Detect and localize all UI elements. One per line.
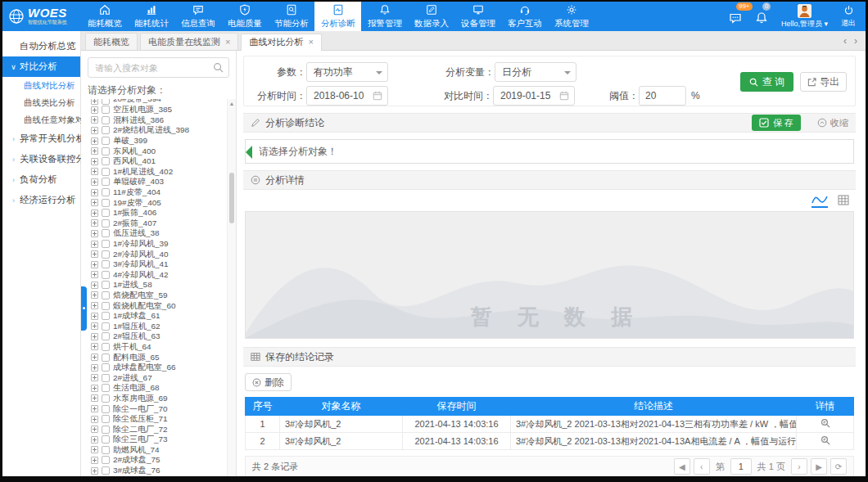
checkbox[interactable] (102, 281, 110, 289)
tree-item[interactable]: 除尘低压柜_71 (91, 414, 223, 425)
line-chart-toggle[interactable] (811, 194, 828, 208)
checkbox[interactable] (102, 374, 110, 382)
nav-item[interactable]: 设备管理 (454, 2, 501, 31)
expander-icon[interactable] (91, 354, 98, 361)
nav-item[interactable]: 系统管理 (548, 2, 594, 31)
checkbox[interactable] (102, 291, 110, 300)
expander-icon[interactable] (91, 241, 98, 248)
tree-item[interactable]: 助燃风机_74 (91, 445, 223, 456)
checkbox[interactable] (102, 157, 110, 165)
tree-item[interactable]: 1#辊压机_62 (91, 321, 223, 331)
sidebar-item[interactable]: ∨ 对比分析 (2, 56, 80, 77)
checkbox[interactable] (102, 354, 110, 362)
checkbox[interactable] (102, 466, 110, 475)
tree-item[interactable]: 1#进线_58 (91, 280, 223, 291)
checkbox[interactable] (102, 126, 110, 134)
checkbox[interactable] (102, 302, 110, 310)
tree-item[interactable]: 单破_399 (91, 136, 223, 146)
expander-icon[interactable] (91, 457, 98, 464)
checkbox[interactable] (102, 394, 110, 403)
sidebar-item[interactable]: 曲线类比分析 (2, 94, 80, 111)
nav-item[interactable]: 能耗概览 (81, 2, 128, 31)
checkbox[interactable] (102, 363, 110, 372)
checkbox[interactable] (102, 456, 110, 464)
checkbox[interactable] (102, 446, 110, 454)
checkbox[interactable] (102, 229, 110, 237)
tree-item[interactable]: 2#成球盘_75 (91, 455, 223, 466)
expander-icon[interactable] (91, 394, 98, 402)
checkbox[interactable] (102, 99, 110, 105)
checkbox[interactable] (102, 137, 110, 145)
search-input[interactable] (88, 57, 229, 78)
tree-item[interactable]: 水泵房电源_69 (91, 394, 223, 404)
tree-item[interactable]: 烘干机_64 (91, 342, 223, 353)
checkbox[interactable] (102, 106, 110, 114)
tabs-scroll-left-icon[interactable]: ‹ (843, 35, 847, 47)
nav-item[interactable]: 信息查询 (174, 2, 221, 31)
tree-item[interactable]: 1#冷却风机_39 (91, 239, 223, 250)
export-button[interactable]: 导出 (800, 72, 847, 92)
tree-item[interactable]: 煅烧机配电室_60 (91, 300, 223, 311)
expander-icon[interactable] (91, 291, 98, 299)
nav-item[interactable]: 数据录入 (408, 2, 454, 31)
expander-icon[interactable] (91, 343, 98, 350)
tree-item[interactable]: 1#振筛_406 (91, 208, 223, 218)
expander-icon[interactable] (91, 230, 98, 237)
nav-item[interactable]: 节能分析 (268, 2, 314, 31)
tree-item[interactable]: 19#皮带_405 (91, 197, 223, 208)
expander-icon[interactable] (91, 405, 98, 412)
checkbox[interactable] (102, 178, 110, 186)
expander-icon[interactable] (91, 416, 98, 423)
sidebar-item[interactable]: 曲线任意对象对比 (2, 111, 80, 128)
first-page-button[interactable]: ◀ (674, 458, 690, 475)
tree-item[interactable]: 11#皮带_404 (91, 187, 223, 198)
checkbox[interactable] (102, 116, 110, 124)
tree-item[interactable]: 单辊破碎_403 (91, 177, 223, 187)
scroll-up-icon[interactable]: ▲ (228, 99, 236, 108)
expander-icon[interactable] (91, 467, 98, 475)
tree-item[interactable]: 1#成球盘_61 (91, 311, 223, 322)
tree-item[interactable]: 混料进线_386 (91, 115, 223, 126)
checkbox[interactable] (102, 209, 110, 217)
tree-item[interactable]: 东风机_400 (91, 146, 223, 156)
tree-item[interactable]: 2#烧结机尾进线_398 (91, 125, 223, 136)
tree-item[interactable]: 2#辊压机_63 (91, 331, 223, 342)
tree-item[interactable]: 3#冷却风机_41 (91, 259, 223, 270)
tree-item[interactable]: 1#机尾进线_402 (91, 167, 223, 178)
tree-item[interactable]: 3#成球盘_76 (91, 466, 223, 476)
tree-item[interactable]: 2#进线_67 (91, 372, 223, 383)
expander-icon[interactable] (91, 385, 98, 392)
close-tab-icon[interactable]: × (308, 38, 313, 47)
sidebar-item[interactable]: 自动分析总览 (2, 36, 80, 56)
nav-item[interactable]: 能耗统计 (128, 2, 174, 31)
expander-icon[interactable] (91, 322, 98, 330)
checkbox[interactable] (102, 435, 110, 444)
tree-item[interactable]: 成球盘配电室_66 (91, 363, 223, 373)
scrollbar-thumb[interactable] (229, 173, 234, 223)
expander-icon[interactable] (91, 168, 98, 175)
notifications-button[interactable]: 0 (755, 8, 768, 25)
checkbox[interactable] (102, 219, 110, 227)
sidebar-item[interactable]: › 经济运行分析 (2, 190, 80, 210)
expander-icon[interactable] (91, 147, 98, 155)
prev-page-button[interactable]: ‹ (694, 458, 710, 475)
close-tab-icon[interactable]: × (225, 38, 230, 47)
checkbox[interactable] (102, 426, 110, 434)
expander-icon[interactable] (91, 99, 98, 105)
tree-item[interactable]: 生活电源_68 (91, 383, 223, 394)
checkbox[interactable] (102, 405, 110, 413)
view-detail-icon[interactable] (821, 418, 830, 428)
threshold-input[interactable] (639, 86, 686, 106)
tree-item[interactable]: 配料电源_65 (91, 352, 223, 363)
tree-item[interactable]: 除尘一电厂_70 (91, 403, 223, 414)
expander-icon[interactable] (91, 446, 98, 453)
tabs-scroll-right-icon[interactable]: › (854, 35, 857, 47)
checkbox[interactable] (102, 188, 110, 196)
messages-button[interactable]: 99+ (729, 8, 742, 25)
sidebar-item[interactable]: › 关联设备联控分析 (2, 149, 80, 169)
nav-item[interactable]: 电能质量 (221, 2, 268, 31)
checkbox[interactable] (102, 240, 110, 248)
tree-item[interactable]: 低压进线_38 (91, 228, 223, 239)
expander-icon[interactable] (91, 219, 98, 227)
expander-icon[interactable] (91, 189, 98, 196)
